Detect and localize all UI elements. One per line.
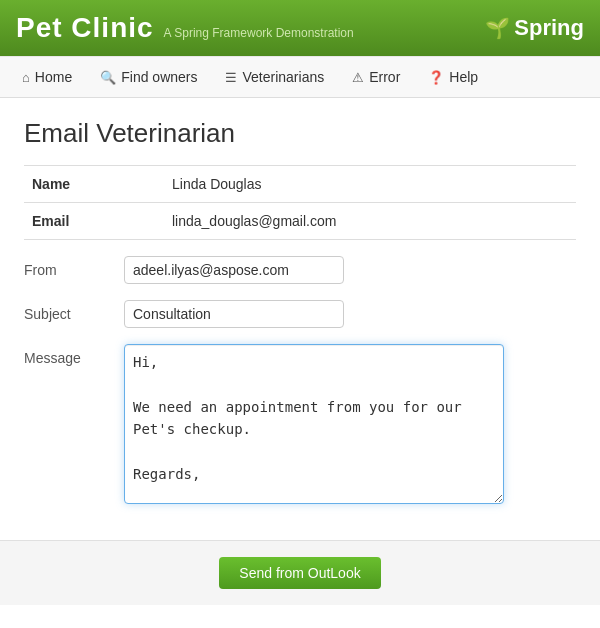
nav-home[interactable]: ⌂ Home — [8, 57, 86, 97]
from-field-group: From — [24, 256, 576, 284]
email-value: linda_douglas@gmail.com — [164, 203, 576, 240]
message-textarea[interactable] — [124, 344, 504, 504]
spring-brand: 🌱 Spring — [485, 15, 584, 41]
send-outlook-button[interactable]: Send from OutLook — [219, 557, 380, 589]
subject-field-group: Subject — [24, 300, 576, 328]
app-logo: Pet Clinic — [16, 12, 154, 44]
nav-find-owners-label: Find owners — [121, 69, 197, 85]
email-label: Email — [24, 203, 164, 240]
subject-label: Subject — [24, 300, 124, 322]
table-row-email: Email linda_douglas@gmail.com — [24, 203, 576, 240]
header-brand: Pet Clinic A Spring Framework Demonstrat… — [16, 12, 354, 44]
search-icon: 🔍 — [100, 70, 116, 85]
message-label: Message — [24, 344, 124, 366]
home-icon: ⌂ — [22, 70, 30, 85]
help-icon: ❓ — [428, 70, 444, 85]
main-navbar: ⌂ Home 🔍 Find owners ☰ Veterinarians ⚠ E… — [0, 56, 600, 98]
from-input[interactable] — [124, 256, 344, 284]
action-bar: Send from OutLook — [0, 540, 600, 605]
message-field-group: Message — [24, 344, 576, 504]
nav-help-label: Help — [449, 69, 478, 85]
nav-help[interactable]: ❓ Help — [414, 57, 492, 97]
page-title: Email Veterinarian — [24, 118, 576, 149]
from-label: From — [24, 256, 124, 278]
nav-error-label: Error — [369, 69, 400, 85]
warning-icon: ⚠ — [352, 70, 364, 85]
vet-info-table: Name Linda Douglas Email linda_douglas@g… — [24, 165, 576, 240]
spring-leaf-icon: 🌱 — [485, 16, 510, 40]
app-subtitle: A Spring Framework Demonstration — [164, 26, 354, 40]
nav-veterinarians[interactable]: ☰ Veterinarians — [211, 57, 338, 97]
table-row-name: Name Linda Douglas — [24, 166, 576, 203]
app-header: Pet Clinic A Spring Framework Demonstrat… — [0, 0, 600, 56]
nav-find-owners[interactable]: 🔍 Find owners — [86, 57, 211, 97]
nav-error[interactable]: ⚠ Error — [338, 57, 414, 97]
subject-input[interactable] — [124, 300, 344, 328]
name-value: Linda Douglas — [164, 166, 576, 203]
spring-label: Spring — [514, 15, 584, 41]
nav-home-label: Home — [35, 69, 72, 85]
list-icon: ☰ — [225, 70, 237, 85]
name-label: Name — [24, 166, 164, 203]
nav-vets-label: Veterinarians — [242, 69, 324, 85]
email-form: From Subject Message — [24, 256, 576, 504]
main-content: Email Veterinarian Name Linda Douglas Em… — [0, 98, 600, 540]
